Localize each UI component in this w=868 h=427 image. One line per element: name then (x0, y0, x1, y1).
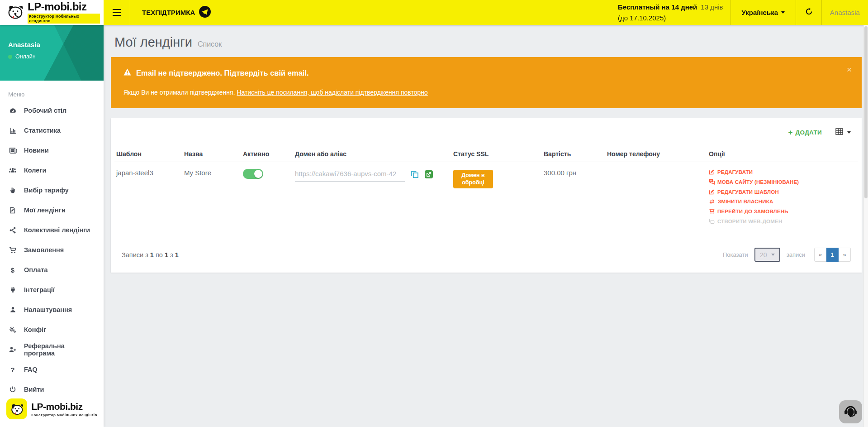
logo-tagline: Конструктор мобильных лендингов (28, 14, 100, 24)
external-link-icon[interactable] (425, 170, 433, 178)
sidebar-item-statistics[interactable]: Статистика (0, 120, 104, 140)
sidebar-item-news[interactable]: Новини (0, 140, 104, 160)
cell-options: РЕДАГУВАТИ МОВА САЙТУ (НЕЗМІНЮВАНЕ) РЕДА… (707, 162, 858, 235)
sidebar-item-payment[interactable]: $ Оплата (0, 260, 104, 280)
cell-template: japan-steel3 (114, 162, 182, 235)
power-icon (8, 386, 17, 393)
col-header-name: Назва (182, 146, 241, 162)
page-subtitle: Список (198, 40, 222, 48)
col-header-price: Вартість (542, 146, 605, 162)
copy-icon[interactable] (411, 170, 419, 178)
option-edit[interactable]: РЕДАГУВАТИ (709, 169, 856, 175)
support-label: ТЕХПІДТРИМКА (142, 9, 195, 16)
sidebar-user-panel: Anastasia Онлайн (0, 25, 104, 81)
show-label: Показати (723, 251, 748, 258)
dollar-icon: $ (8, 266, 17, 274)
trial-info: Бесплатный на 14 дней13 днів (до 17.10.2… (618, 2, 730, 23)
option-site-language[interactable]: МОВА САЙТУ (НЕЗМІНЮВАНЕ) (709, 179, 856, 185)
landings-table: Шаблон Назва Активно Домен або аліас Ста… (114, 146, 858, 235)
sidebar-item-label: Статистика (24, 127, 61, 134)
topbar: LP-mobi.biz Конструктор мобильных лендин… (0, 0, 868, 25)
footer-logo-title: LP-mobi.biz (31, 401, 97, 412)
user-plus-icon (8, 346, 17, 353)
edit-icon (709, 169, 715, 175)
sidebar-item-label: Робочий стіл (24, 107, 66, 114)
cell-price: 300.00 грн (542, 162, 605, 235)
sidebar-user-status: Онлайн (15, 53, 36, 60)
columns-visibility-button[interactable] (835, 128, 851, 137)
add-button[interactable]: + ДОДАТИ (788, 129, 822, 136)
sidebar-item-label: Налаштування (24, 306, 72, 313)
sidebar-item-label: Замовлення (24, 246, 64, 254)
pagination-next-button[interactable]: » (839, 248, 851, 262)
table-grid-icon (835, 128, 843, 137)
option-change-owner[interactable]: ЗМІНИТИ ВЛАСНИКА (709, 199, 856, 204)
alert-title: Email не підтверджено. Підтвердіть свій … (136, 69, 309, 77)
col-header-domain: Домен або аліас (293, 146, 451, 162)
active-toggle[interactable] (243, 169, 263, 179)
cart-icon (8, 246, 17, 254)
sidebar-item-config[interactable]: Конфіг (0, 320, 104, 340)
language-dropdown[interactable]: Українська (731, 9, 796, 16)
option-go-to-orders[interactable]: ПЕРЕЙТИ ДО ЗАМОВЛЕНЬ (709, 208, 856, 214)
records-info: Записи з 1 по 1 з 1 (122, 251, 179, 259)
app-logo[interactable]: LP-mobi.biz Конструктор мобильных лендин… (0, 0, 104, 25)
sidebar-item-referral[interactable]: Реферальна програма (0, 340, 104, 360)
option-create-web-domain: СТВОРИТИ WEB-ДОМЕН (709, 218, 856, 224)
sidebar-item-collective-landings[interactable]: Колективні лендінги (0, 220, 104, 240)
alert-text: Якщо Ви не отримали підтвердження. (123, 89, 237, 96)
sidebar-item-dashboard[interactable]: Робочий стіл (0, 101, 104, 120)
sidebar-item-settings[interactable]: Налаштування (0, 300, 104, 320)
pagination-prev-button[interactable]: « (814, 248, 826, 262)
pagination: « 1 » (814, 248, 851, 262)
sidebar-item-label: FAQ (24, 366, 38, 373)
resend-confirmation-link[interactable]: Натисніть це посилання, щоб надіслати пі… (237, 89, 427, 96)
sidebar-item-integrations[interactable]: Інтеграції (0, 280, 104, 300)
sidebar-item-faq[interactable]: ? FAQ (0, 360, 104, 379)
page-title: Мої лендінги (114, 35, 192, 50)
sidebar-item-colleagues[interactable]: Колеги (0, 160, 104, 180)
main-content: Мої лендінги Список Email не підтверджен… (104, 25, 868, 427)
trial-days-left: 13 днів (701, 3, 723, 11)
close-icon[interactable]: × (847, 65, 852, 74)
support-chat-button[interactable] (839, 400, 862, 423)
option-edit-template[interactable]: РЕДАГУВАТИ ШАБЛОН (709, 189, 856, 195)
sidebar-item-label: Реферальна програма (24, 342, 95, 357)
sidebar-item-label: Оплата (24, 266, 47, 273)
scrollbar-thumb[interactable] (864, 26, 868, 198)
plug-icon (8, 286, 17, 293)
sidebar-item-orders[interactable]: Замовлення (0, 240, 104, 260)
file-signature-icon (8, 206, 17, 214)
menu-header: Меню (0, 81, 104, 101)
clone-icon (709, 218, 715, 224)
domain-input[interactable] (295, 169, 405, 182)
sidebar-footer-logo[interactable]: LP-mobi.biz Конструктор мобільних лендін… (0, 393, 104, 425)
scrollbar-track (863, 25, 868, 427)
support-link[interactable]: ТЕХПІДТРИМКА (130, 6, 223, 19)
sidebar-item-label: Конфіг (24, 326, 46, 333)
user-menu[interactable]: Anastasia (822, 9, 868, 16)
question-icon: ? (8, 366, 17, 374)
landings-card: + ДОДАТИ Шаблон Назва Активно Домен або … (111, 118, 862, 273)
newspaper-icon (8, 147, 17, 154)
chevron-down-icon (771, 254, 775, 256)
bar-chart-icon (8, 127, 17, 134)
table-header-row: Шаблон Назва Активно Домен або аліас Ста… (114, 146, 858, 162)
email-alert-banner: Email не підтверджено. Підтвердіть свій … (111, 57, 862, 108)
page-size-select[interactable]: 20 (754, 248, 780, 262)
refresh-button[interactable] (796, 0, 821, 25)
logo-title: LP-mobi.biz (28, 0, 86, 13)
cart-icon (709, 208, 715, 214)
headset-icon (843, 403, 858, 420)
sidebar-item-label: Новини (24, 147, 49, 154)
hand-pointer-icon (8, 187, 17, 194)
sidebar-item-label: Мої лендінги (24, 206, 66, 214)
pagination-page-1[interactable]: 1 (826, 248, 839, 262)
sidebar-item-tariff[interactable]: Вибір тарифу (0, 180, 104, 200)
sidebar-item-label: Інтеграції (24, 286, 55, 293)
col-header-options: Опції (707, 146, 858, 162)
refresh-icon (805, 8, 813, 17)
sidebar-item-my-landings[interactable]: Мої лендінги (0, 200, 104, 220)
exchange-icon (709, 199, 715, 204)
hamburger-icon[interactable] (104, 0, 130, 25)
